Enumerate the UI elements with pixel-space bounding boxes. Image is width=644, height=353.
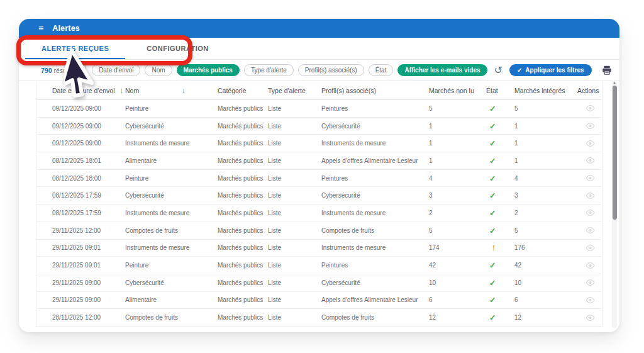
table-row[interactable]: 28/11/2025 12:00Compotes de fruitsMarché… — [36, 309, 602, 327]
printer-icon[interactable] — [602, 65, 612, 75]
table-row[interactable]: 08/12/2025 17:59Instruments de mesureMar… — [36, 205, 602, 222]
table-cell: 09/12/2025 09:00 — [36, 123, 125, 130]
table-row[interactable]: 29/11/2025 09:00CybersécuritéMarchés pub… — [36, 274, 602, 292]
table-row[interactable]: 29/11/2025 09:00AlimentaireMarchés publi… — [36, 292, 602, 310]
table-cell: Liste — [268, 244, 321, 251]
divider — [85, 65, 86, 75]
table-row[interactable]: 08/12/2025 18:00PeintureMarchés publicsL… — [36, 170, 602, 188]
table-cell: 12 — [429, 314, 486, 321]
filter-chip[interactable]: Type d'alerte — [244, 64, 294, 76]
sort-desc-icon[interactable]: ↓ — [182, 87, 186, 94]
table-cell: Instruments de mesure — [125, 210, 218, 216]
table-cell: Marchés publics — [218, 192, 268, 199]
table-cell: Marchés publics — [218, 175, 268, 182]
table-row[interactable]: 09/12/2025 09:00CybersécuritéMarchés pub… — [36, 118, 602, 135]
view-alert-button[interactable] — [577, 296, 603, 304]
view-alert-button[interactable] — [577, 104, 603, 112]
scrollbar-thumb[interactable] — [613, 86, 617, 220]
status-ok-icon: ✓ — [489, 279, 496, 288]
column-header: État — [486, 87, 514, 94]
view-alert-button[interactable] — [577, 244, 603, 252]
hamburger-menu-icon[interactable]: ≡ — [38, 24, 43, 33]
table-cell: Cybersécurité — [125, 123, 218, 130]
column-header-label: État — [486, 87, 498, 94]
status-cell: ✓ — [486, 261, 514, 270]
view-alert-button[interactable] — [577, 314, 603, 322]
table-row[interactable]: 29/11/2025 12:00Compotes de fruitsMarché… — [36, 222, 602, 240]
table-cell: 5 — [514, 105, 577, 112]
table-row[interactable]: 29/11/2025 09:01Instruments de mesureMar… — [36, 240, 602, 257]
status-ok-icon: ✓ — [489, 261, 496, 270]
table-row[interactable]: 08/12/2025 17:59CybersécuritéMarchés pub… — [36, 187, 602, 205]
reset-filters-icon[interactable]: ↺ — [494, 65, 502, 76]
column-header[interactable]: Date et heure d'envoi↓ — [36, 87, 125, 94]
tab-alertes-recues[interactable]: ALERTES REÇUES — [23, 38, 128, 59]
eye-icon — [586, 104, 595, 112]
status-ok-icon: ✓ — [489, 227, 496, 235]
filter-chip[interactable]: Marchés publics — [177, 64, 240, 76]
table-cell: Peinture — [125, 262, 218, 269]
view-alert-button[interactable] — [577, 157, 603, 164]
table-cell: Marchés publics — [218, 105, 268, 112]
eye-icon — [586, 227, 595, 234]
status-ok-icon: ✓ — [489, 157, 496, 165]
view-alert-button[interactable] — [577, 227, 603, 234]
table-cell: Cybersécurité — [321, 279, 429, 286]
table-cell: Liste — [268, 192, 321, 199]
eye-icon — [586, 192, 595, 199]
table-cell: Cybersécurité — [321, 123, 429, 130]
table-cell: 1 — [514, 157, 577, 164]
apply-filters-button[interactable]: ✓ Appliquer les filtres — [509, 64, 592, 76]
table-cell: 28/11/2025 12:00 — [36, 314, 125, 321]
table-cell: Liste — [268, 296, 321, 303]
table-cell: 3 — [514, 192, 577, 199]
table-row[interactable]: 09/12/2025 09:00PeintureMarchés publicsL… — [36, 100, 602, 118]
table-cell: Liste — [268, 227, 321, 234]
table-cell: 29/11/2025 09:00 — [36, 279, 125, 286]
vertical-scrollbar[interactable]: ▲ — [612, 80, 617, 328]
tab-bar: ALERTES REÇUES CONFIGURATION — [19, 38, 619, 60]
filter-chip[interactable]: État — [369, 64, 394, 76]
table-cell: 4 — [514, 175, 577, 182]
table-cell: 5 — [429, 227, 486, 234]
table-cell: 1 — [429, 123, 486, 130]
table-cell: 3 — [429, 192, 486, 199]
view-alert-button[interactable] — [577, 174, 603, 182]
column-header[interactable]: Nom↓ — [125, 87, 218, 94]
status-ok-icon: ✓ — [489, 296, 496, 305]
view-alert-button[interactable] — [577, 279, 603, 286]
status-cell: ✓ — [486, 121, 514, 131]
filter-chip[interactable]: Nom — [145, 64, 172, 76]
table-row[interactable]: 09/12/2025 09:00Instruments de mesureMar… — [36, 135, 602, 152]
filter-chip[interactable]: Afficher les e-mails vides — [397, 64, 487, 76]
view-alert-button[interactable] — [577, 262, 603, 269]
table-cell: 42 — [429, 262, 486, 269]
table-cell: 29/11/2025 09:01 — [36, 244, 125, 251]
column-header: Type d'alerte — [268, 87, 321, 94]
view-alert-button[interactable] — [577, 192, 603, 199]
view-alert-button[interactable] — [577, 140, 603, 147]
table-cell: 6 — [514, 296, 577, 303]
table-cell: Marchés publics — [218, 157, 268, 164]
view-alert-button[interactable] — [577, 122, 603, 130]
status-ok-icon: ✓ — [489, 139, 496, 148]
scroll-up-icon[interactable]: ▲ — [612, 81, 617, 85]
table-row[interactable]: 08/12/2025 18:01AlimentaireMarchés publi… — [36, 152, 602, 170]
status-ok-icon: ✓ — [489, 174, 496, 183]
column-header-label: Marchés intégrés — [514, 87, 565, 94]
tab-configuration[interactable]: CONFIGURATION — [128, 38, 228, 59]
table-row[interactable]: 29/11/2025 09:01PeintureMarchés publicsL… — [36, 257, 602, 274]
column-header: Profil(s) associé(s) — [321, 87, 429, 94]
table-cell: Cybersécurité — [125, 279, 218, 286]
sort-desc-icon[interactable]: ↓ — [120, 87, 124, 94]
table-cell: 09/12/2025 09:00 — [36, 105, 125, 112]
filter-chips: Date d'envoiNomMarchés publicsType d'ale… — [92, 64, 487, 76]
filter-chip[interactable]: Profil(s) associé(s) — [298, 64, 364, 76]
filter-chip[interactable]: Date d'envoi — [92, 64, 140, 76]
table-cell: 08/12/2025 17:59 — [36, 192, 125, 199]
status-cell: ✓ — [486, 313, 514, 322]
view-alert-button[interactable] — [577, 209, 603, 216]
status-cell: ✓ — [486, 295, 514, 305]
table-cell: 2 — [514, 210, 577, 216]
column-header-label: Type d'alerte — [268, 87, 306, 94]
